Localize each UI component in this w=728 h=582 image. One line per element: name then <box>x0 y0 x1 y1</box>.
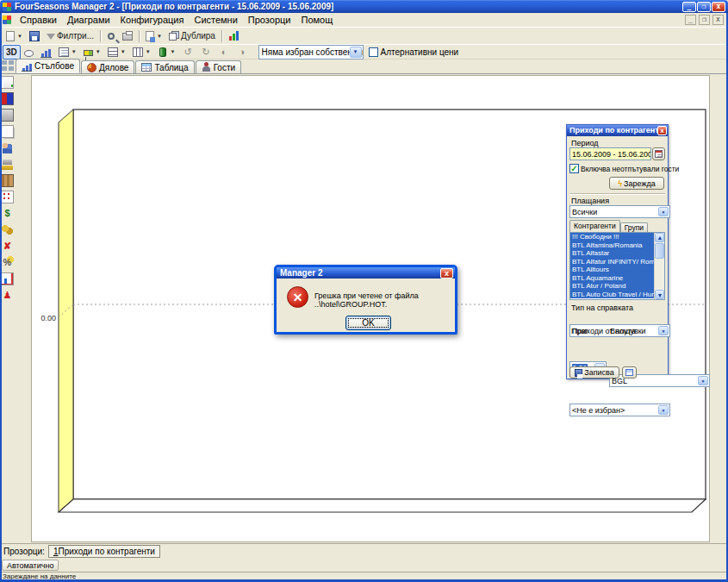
chart-button[interactable] <box>225 28 243 43</box>
calculator-icon[interactable] <box>1 109 14 122</box>
chevron-down-icon: ▼ <box>121 49 126 54</box>
pie-chart-icon <box>87 63 96 72</box>
spin-horizontal-button[interactable]: ◐ <box>215 45 233 59</box>
tab-contractors[interactable]: Контрагенти <box>569 220 620 232</box>
menu-spravki[interactable]: Справки <box>15 14 62 26</box>
scroll-up-button[interactable] <box>655 233 664 242</box>
print-preview-button[interactable] <box>103 28 119 43</box>
tab-guests[interactable]: Гости <box>196 60 241 73</box>
scroll-down-button[interactable] <box>655 290 664 299</box>
chevron-down-icon: ▼ <box>658 207 669 216</box>
load-button[interactable]: ϟ Зарежда <box>609 177 664 190</box>
menu-konfiguracia[interactable]: Конфигурация <box>115 14 190 26</box>
list-item[interactable]: BTL Alfastar <box>570 249 654 258</box>
list-item[interactable]: BTL Auto Club Travel / Hunga <box>570 291 654 299</box>
rotate-view-button[interactable] <box>21 45 37 59</box>
mdi-minimize-button[interactable]: _ <box>685 15 696 25</box>
cancel-icon[interactable]: ✘ <box>1 240 14 253</box>
load-button-label: Зарежда <box>624 179 656 188</box>
menu-diagrami[interactable]: Диаграми <box>62 14 115 26</box>
open-window-button[interactable]: 1 Приходи по контрагенти <box>48 545 160 558</box>
alt-prices-checkbox[interactable] <box>369 47 378 57</box>
app-logo-icon <box>3 3 11 11</box>
owners-combo[interactable]: Няма избран собственици ▼ <box>258 45 364 59</box>
window-button-label: Приходи по контрагенти <box>58 547 154 556</box>
print-button[interactable] <box>119 28 136 43</box>
grid-icon[interactable] <box>1 191 14 203</box>
list-item[interactable]: BTL Alfamina/Romania <box>570 241 654 250</box>
new-document-icon <box>6 31 15 41</box>
coins-icon[interactable] <box>1 223 14 236</box>
list-item[interactable]: BTL Alltours <box>570 266 654 274</box>
rotate-right-button[interactable]: ↻ <box>197 45 215 59</box>
profile-combo[interactable]: <Не е избран> ▼ <box>569 404 670 416</box>
mdi-close-button[interactable]: x <box>712 15 724 25</box>
copy-report-icon[interactable] <box>1 125 14 138</box>
labels-button[interactable]: ▼ <box>80 45 104 59</box>
tab-groups[interactable]: Групи <box>620 222 648 232</box>
chart-type-button[interactable] <box>37 45 55 59</box>
restore-button[interactable]: ❐ <box>697 2 711 12</box>
chevron-down-icon: ▼ <box>146 49 151 54</box>
person-icon[interactable]: ♟ <box>1 289 14 302</box>
guests-icon[interactable] <box>1 141 14 154</box>
filters-button[interactable]: Филтри... <box>43 28 97 43</box>
panel-title[interactable]: Приходи по контрагенти <box>567 125 668 136</box>
rotate-left-button[interactable]: ↺ <box>179 45 197 59</box>
series-style-button[interactable]: ▼ <box>154 45 179 59</box>
save-report-button[interactable]: Записва <box>569 366 619 379</box>
minimize-button[interactable]: _ <box>682 2 696 12</box>
dialog-close-button[interactable]: x <box>440 268 453 278</box>
export-icon[interactable] <box>1 76 14 89</box>
menu-pomosht[interactable]: Помощ <box>296 14 338 26</box>
report-doc-icon[interactable] <box>1 272 14 285</box>
list-item[interactable]: !!! Свободни !!! <box>570 233 654 241</box>
horizontal-grid-button[interactable]: ▼ <box>104 45 129 59</box>
print-folder-icon[interactable] <box>1 158 14 171</box>
vertical-grid-button[interactable]: ▼ <box>129 45 154 59</box>
toggle-3d-button[interactable]: 3D <box>3 45 21 59</box>
dollar-icon[interactable]: $ <box>1 207 14 220</box>
legend-button[interactable]: ▼ <box>55 45 80 59</box>
close-button[interactable]: x <box>712 2 725 12</box>
ledger-icon[interactable] <box>1 174 14 187</box>
include-guests-checkbox[interactable]: ✓ <box>569 164 579 173</box>
table-view-button[interactable] <box>622 366 637 379</box>
tile-windows-icon[interactable] <box>2 60 14 72</box>
dialog-title: Manager 2 <box>280 267 322 278</box>
contractors-list[interactable]: !!! Свободни !!! BTL Alfamina/Romania BT… <box>569 232 665 300</box>
list-item[interactable]: BTL Alfatur INFINITY/ Romani <box>570 258 654 266</box>
chart-flag-icon[interactable] <box>1 92 14 105</box>
save-button[interactable] <box>26 28 43 43</box>
chevron-down-icon: ▼ <box>96 49 101 54</box>
currency-label: Валута <box>610 327 636 335</box>
tab-shares[interactable]: Дялове <box>81 60 134 73</box>
windows-bar-label: Прозорци: <box>3 547 45 556</box>
tab-columns[interactable]: Стълбове <box>16 59 80 73</box>
duplicate-button[interactable]: Дублира <box>165 28 219 43</box>
copy-button[interactable]: ▼ <box>142 28 165 43</box>
calendar-button[interactable] <box>652 147 665 160</box>
alt-prices-label: Алтернативни цени <box>381 47 459 57</box>
window-grid-icon <box>625 369 633 376</box>
percent-idea-icon[interactable]: % <box>1 256 14 269</box>
ok-button[interactable]: OK <box>345 316 391 330</box>
menu-prozorci[interactable]: Прозорци <box>243 14 296 26</box>
list-scrollbar[interactable] <box>654 233 664 299</box>
scroll-thumb[interactable] <box>655 243 664 259</box>
tab-label: Стълбове <box>34 61 74 71</box>
include-guests-option[interactable]: ✓ Включва неотпътували гости <box>569 164 679 173</box>
tab-table[interactable]: Таблица <box>135 60 194 73</box>
new-report-button[interactable]: ▼ <box>3 28 26 43</box>
alt-prices-option[interactable]: Алтернативни цени <box>369 47 459 57</box>
period-input[interactable]: 15.06.2009 - 15.06.2009 <box>569 147 651 160</box>
list-item[interactable]: BTL Atur / Poland <box>570 282 654 291</box>
automatic-button[interactable]: Автоматично <box>2 560 59 571</box>
list-item[interactable]: BTL Aquamarine <box>570 274 654 283</box>
menu-sistemni[interactable]: Системни <box>189 14 242 26</box>
spin-vertical-button[interactable]: ◑ <box>233 45 252 59</box>
window-left-edge <box>0 13 2 582</box>
mdi-restore-button[interactable]: ❐ <box>699 15 710 25</box>
panel-close-button[interactable]: x <box>657 126 667 135</box>
payments-combo[interactable]: Всички ▼ <box>569 205 670 218</box>
